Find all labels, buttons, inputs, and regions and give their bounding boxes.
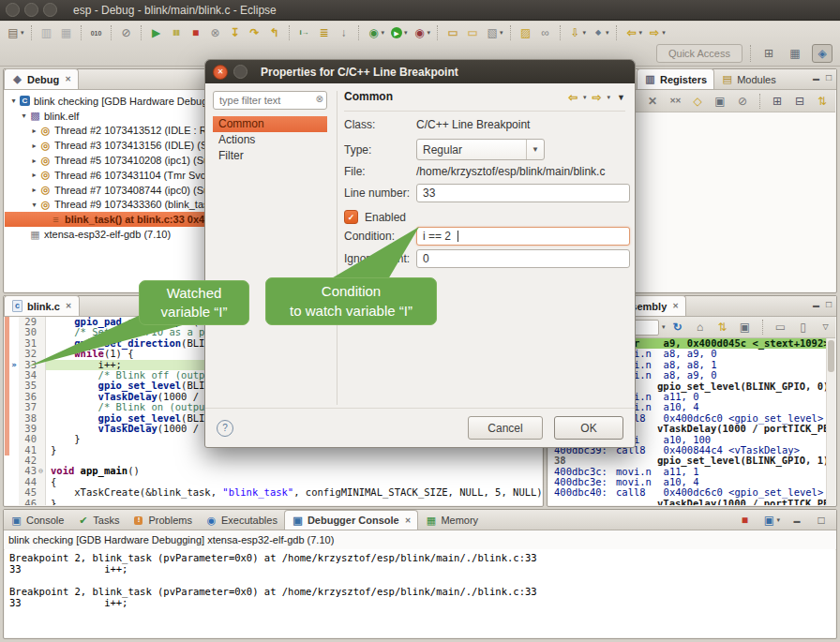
minimize-icon[interactable] xyxy=(813,73,819,82)
goto-file-button[interactable] xyxy=(711,93,729,110)
open-element-button[interactable] xyxy=(443,24,462,41)
maximize-icon[interactable] xyxy=(826,73,832,82)
link-with-view-button[interactable] xyxy=(813,93,832,110)
refresh-button[interactable] xyxy=(668,319,687,336)
debug-perspective-button[interactable] xyxy=(812,44,832,63)
line-number-input[interactable] xyxy=(416,184,630,202)
mark-occurrences-button[interactable] xyxy=(517,24,535,41)
type-dropdown[interactable]: Regular ▼ xyxy=(416,139,545,160)
debug-tree-row[interactable]: ▸Thread #7 1073408744 (ipc0) (Susp xyxy=(5,183,213,198)
run-button[interactable]: ▾ xyxy=(387,24,410,41)
console-tab-tasks[interactable]: Tasks xyxy=(70,511,126,530)
link-editor-button[interactable] xyxy=(536,24,555,41)
show-breakpoints-button[interactable] xyxy=(688,93,707,110)
fold-column[interactable] xyxy=(37,413,46,424)
dialog-window-button[interactable] xyxy=(233,65,248,79)
resume-button[interactable] xyxy=(147,24,166,41)
back-icon[interactable] xyxy=(565,90,580,105)
dialog-nav-actions[interactable]: Actions xyxy=(213,132,327,148)
scrollbar-thumb[interactable] xyxy=(828,340,834,372)
maximize-icon[interactable] xyxy=(826,300,832,309)
save-all-button[interactable] xyxy=(57,24,76,41)
enabled-checkbox[interactable]: ✓ xyxy=(344,210,358,224)
fold-column[interactable] xyxy=(37,445,46,455)
location-dropdown-icon[interactable]: ▾ xyxy=(662,323,666,331)
console-tab-debugger-console[interactable]: Debugger Console✕ xyxy=(284,510,419,530)
pin-view-button[interactable] xyxy=(794,319,813,336)
link-active-button[interactable] xyxy=(713,319,732,336)
fold-column[interactable] xyxy=(37,434,46,444)
debug-tree-row[interactable]: ▾blink checking [GDB Hardware Debugging] xyxy=(5,94,213,109)
console-tab-console[interactable]: Console xyxy=(4,511,70,530)
debug-tree-row[interactable]: ▾Thread #9 1073433360 (blink_task : xyxy=(5,198,213,213)
filter-input[interactable] xyxy=(213,91,327,110)
back-button[interactable]: ▾ xyxy=(622,24,645,41)
cancel-button[interactable]: Cancel xyxy=(468,416,543,440)
tab-registers[interactable]: Registers xyxy=(637,68,714,89)
clear-filter-icon[interactable]: ⊗ xyxy=(316,94,323,104)
ignore-count-input[interactable] xyxy=(416,249,630,268)
view-menu-button[interactable] xyxy=(835,93,840,110)
condition-input[interactable] xyxy=(416,227,630,246)
debug-button[interactable]: ▾ xyxy=(365,24,387,41)
new-wizard-button[interactable]: ▾ xyxy=(4,24,26,41)
scrollbar[interactable] xyxy=(826,338,835,505)
terminate-button[interactable] xyxy=(735,512,754,529)
tab-modules[interactable]: Modules xyxy=(714,69,783,89)
step-return-button[interactable] xyxy=(265,24,284,41)
expand-all-button[interactable] xyxy=(768,93,787,110)
minimize-button[interactable] xyxy=(788,512,806,529)
help-button[interactable]: ? xyxy=(217,420,233,437)
remove-button[interactable] xyxy=(643,93,662,110)
console-output[interactable]: Breakpoint 2, blink_task (pvParameter=0x… xyxy=(5,549,835,637)
cpp-perspective-button[interactable] xyxy=(786,45,804,62)
step-into-button[interactable] xyxy=(226,24,245,41)
tab-debug[interactable]: Debug ✕ xyxy=(4,68,79,89)
save-button[interactable] xyxy=(38,24,56,41)
last-edit-button[interactable]: ▾ xyxy=(566,24,589,41)
new-file-button[interactable]: ▾ xyxy=(483,24,505,41)
open-new-view-button[interactable] xyxy=(772,319,790,336)
debug-tree-row[interactable]: ▸Thread #6 1073431104 (Tmr Svc) (S xyxy=(5,168,213,183)
remove-all-button[interactable] xyxy=(666,93,684,110)
disconnect-button[interactable] xyxy=(206,24,225,41)
forward-icon[interactable] xyxy=(590,90,605,105)
annotations-button[interactable]: ▾ xyxy=(589,24,611,41)
back-dropdown-icon[interactable]: ▾ xyxy=(583,94,587,101)
dialog-nav-filter[interactable]: Filter xyxy=(213,148,327,164)
ok-button[interactable]: OK xyxy=(554,416,623,440)
debug-tree[interactable]: ▾blink checking [GDB Hardware Debugging]… xyxy=(5,90,213,291)
fold-column[interactable] xyxy=(37,381,46,391)
use-step-filters-button[interactable] xyxy=(335,24,353,41)
debug-tree-row[interactable]: blink_task() at blink.c:33 0x400db xyxy=(5,212,213,227)
dialog-nav-common[interactable]: Common xyxy=(213,116,327,132)
close-icon[interactable]: ✕ xyxy=(65,75,71,83)
console-tab-problems[interactable]: Problems xyxy=(126,511,198,530)
fold-column[interactable] xyxy=(37,338,46,349)
minimize-icon[interactable] xyxy=(813,300,819,309)
fold-column[interactable] xyxy=(37,349,46,359)
fold-column[interactable] xyxy=(37,370,46,381)
quick-access-box[interactable]: Quick Access xyxy=(656,44,742,63)
forward-dropdown-icon[interactable]: ▾ xyxy=(608,94,611,101)
window-close-button[interactable] xyxy=(6,3,20,17)
step-over-button[interactable] xyxy=(246,24,264,41)
display-console-button[interactable]: ▾ xyxy=(759,512,782,529)
binary-button[interactable] xyxy=(87,24,106,41)
collapse-all-button[interactable] xyxy=(790,93,809,110)
instruction-stepping-button[interactable] xyxy=(295,24,314,41)
fold-column[interactable] xyxy=(37,360,46,370)
console-tab-memory[interactable]: Memory xyxy=(418,511,485,530)
forward-button[interactable]: ▾ xyxy=(645,24,668,41)
terminate-button[interactable] xyxy=(187,24,205,41)
fold-column[interactable] xyxy=(37,455,46,466)
view-menu-button[interactable] xyxy=(817,319,835,336)
debug-tree-row[interactable]: ▸Thread #3 1073413156 (IDLE) (Susp xyxy=(5,138,213,153)
debug-tree-row[interactable]: xtensa-esp32-elf-gdb (7.10) xyxy=(5,227,213,242)
fold-column[interactable] xyxy=(37,477,46,487)
fold-column[interactable] xyxy=(37,392,46,402)
fold-column[interactable] xyxy=(37,424,46,434)
window-maximize-button[interactable] xyxy=(43,3,57,17)
debug-tree-row[interactable]: ▸Thread #2 1073413512 (IDLE : Runn xyxy=(5,124,213,139)
skip-all-breakpoints-button[interactable] xyxy=(117,24,136,41)
